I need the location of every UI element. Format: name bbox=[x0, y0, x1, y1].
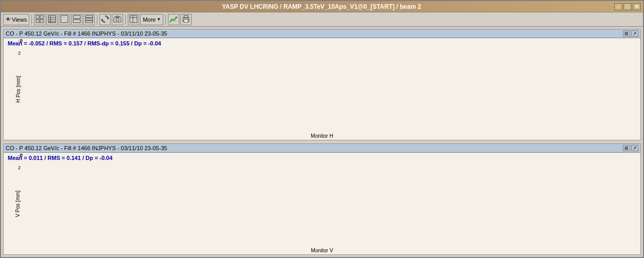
plot-v-x-label: Monitor V bbox=[4, 248, 640, 253]
camera-icon-button[interactable] bbox=[112, 14, 123, 25]
triple-icon bbox=[85, 15, 93, 24]
split-icon-button[interactable] bbox=[71, 14, 82, 25]
separator-2 bbox=[97, 14, 97, 25]
plot-h-area: Mean = -0.052 / RMS = 0.157 / RMS-dp = 0… bbox=[4, 38, 640, 140]
camera-icon bbox=[113, 15, 122, 24]
svg-rect-1 bbox=[40, 15, 43, 19]
table2-icon bbox=[129, 15, 138, 24]
plot-v-y-zero: 0 bbox=[20, 199, 23, 204]
print-icon bbox=[182, 15, 190, 24]
print-icon-button[interactable] bbox=[180, 14, 192, 25]
separator-4 bbox=[165, 14, 166, 25]
svg-rect-12 bbox=[86, 15, 93, 18]
svg-rect-20 bbox=[130, 15, 137, 23]
table-icon bbox=[48, 15, 56, 24]
plot-v-y-max: 2 bbox=[18, 165, 21, 170]
close-button[interactable]: ✕ bbox=[633, 3, 641, 10]
views-button[interactable]: 👁 Views bbox=[3, 14, 29, 25]
plot-h-panel: CO - P 450.12 GeV/c - Fill # 1466 INJPHY… bbox=[3, 29, 641, 140]
views-icon: 👁 bbox=[6, 17, 11, 22]
svg-rect-10 bbox=[73, 15, 80, 19]
svg-rect-13 bbox=[86, 18, 93, 20]
refresh-icon-button[interactable] bbox=[99, 14, 111, 25]
plot-v-y-min: -2 bbox=[18, 236, 22, 241]
plot-h-canvas[interactable] bbox=[24, 50, 635, 124]
svg-rect-14 bbox=[86, 21, 93, 23]
more-label: More bbox=[143, 17, 156, 23]
plot-v-resize-icon[interactable]: ⊞ bbox=[623, 145, 630, 151]
table2-icon-button[interactable] bbox=[128, 14, 139, 25]
refresh-icon bbox=[101, 15, 109, 24]
plots-container: CO - P 450.12 GeV/c - Fill # 1466 INJPHY… bbox=[1, 27, 643, 257]
plot-v-panel: CO - P 450.12 GeV/c - Fill # 1466 INJPHY… bbox=[3, 143, 641, 255]
toolbar: 👁 Views bbox=[1, 12, 643, 27]
plot-h-y-label: H Pos [mm] bbox=[15, 75, 21, 102]
plot-h-y-zero: 0 bbox=[20, 84, 23, 89]
plot-h-header-text: CO - P 450.12 GeV/c - Fill # 1466 INJPHY… bbox=[6, 30, 167, 37]
plot-v-stats: Mean = 0.011 / RMS = 0.141 / Dp = -0.04 bbox=[8, 155, 112, 161]
plot-h-header: CO - P 450.12 GeV/c - Fill # 1466 INJPHY… bbox=[4, 29, 640, 38]
single-icon bbox=[60, 15, 69, 24]
plot-v-y-label: V Pos [mm] bbox=[15, 190, 21, 217]
split-icon bbox=[73, 15, 81, 24]
triple-icon-button[interactable] bbox=[83, 14, 95, 25]
svg-point-18 bbox=[116, 18, 119, 21]
grid-icon bbox=[36, 15, 44, 24]
separator-1 bbox=[31, 14, 32, 25]
views-label: Views bbox=[12, 17, 27, 23]
maximize-button[interactable]: □ bbox=[623, 3, 632, 10]
window-title: YASP DV LHCRING / RAMP_3.5TeV_10Aps_V1@0… bbox=[29, 3, 614, 10]
plot-h-header-icons: ⊞ ↗ bbox=[623, 30, 638, 37]
grid-icon-button[interactable] bbox=[34, 14, 45, 25]
svg-rect-2 bbox=[36, 20, 39, 23]
plot-v-area: Mean = 0.011 / RMS = 0.141 / Dp = -0.04 … bbox=[4, 153, 640, 254]
svg-rect-9 bbox=[61, 15, 68, 23]
plot-v-header: CO - P 450.12 GeV/c - Fill # 1466 INJPHY… bbox=[4, 144, 640, 153]
plot-h-y-max: 2 bbox=[18, 51, 21, 56]
title-bar: YASP DV LHCRING / RAMP_3.5TeV_10Aps_V1@0… bbox=[1, 1, 643, 12]
plot-v-expand-icon[interactable]: ↗ bbox=[631, 145, 638, 151]
svg-rect-0 bbox=[36, 15, 39, 19]
svg-rect-25 bbox=[184, 20, 188, 22]
chart-icon-button[interactable] bbox=[168, 14, 179, 25]
more-button[interactable]: More ▼ bbox=[140, 14, 163, 25]
svg-rect-11 bbox=[73, 20, 80, 23]
plot-v-header-text: CO - P 450.12 GeV/c - Fill # 1466 INJPHY… bbox=[6, 145, 167, 151]
single-icon-button[interactable] bbox=[59, 14, 70, 25]
separator-3 bbox=[125, 14, 126, 25]
plot-v-header-icons: ⊞ ↗ bbox=[623, 145, 638, 151]
svg-rect-3 bbox=[40, 20, 43, 23]
chart-icon bbox=[170, 15, 178, 24]
more-arrow-icon: ▼ bbox=[157, 17, 161, 22]
plot-h-y-min: -2 bbox=[18, 121, 22, 126]
minimize-button[interactable]: ─ bbox=[614, 3, 622, 10]
plot-h-resize-icon[interactable]: ⊞ bbox=[623, 30, 630, 37]
plot-h-stats: Mean = -0.052 / RMS = 0.157 / RMS-dp = 0… bbox=[8, 40, 161, 46]
plot-v-canvas[interactable] bbox=[24, 164, 635, 239]
plot-h-expand-icon[interactable]: ↗ bbox=[631, 30, 638, 37]
table-icon-button[interactable] bbox=[46, 14, 58, 25]
plot-h-x-label: Monitor H bbox=[4, 133, 640, 139]
main-window: YASP DV LHCRING / RAMP_3.5TeV_10Aps_V1@0… bbox=[0, 0, 644, 258]
